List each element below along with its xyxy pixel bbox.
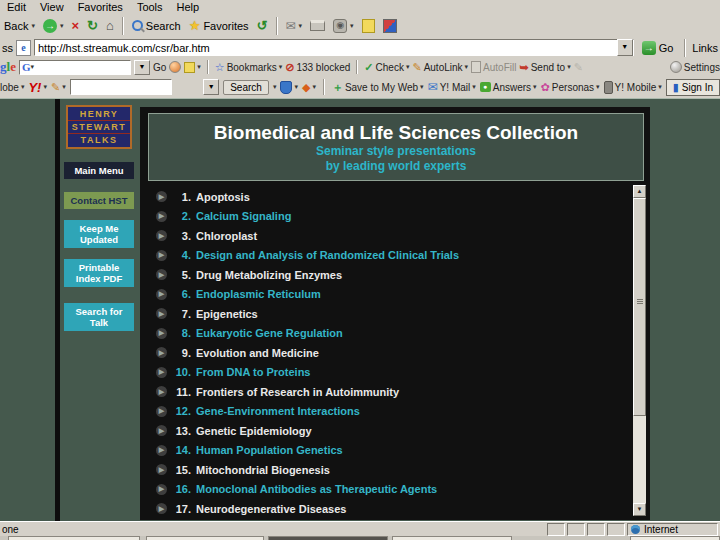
play-icon[interactable]: ▶ bbox=[156, 386, 167, 397]
talk-link[interactable]: Mitochondrial Biogenesis bbox=[196, 464, 330, 476]
media-button[interactable] bbox=[380, 18, 400, 34]
play-icon[interactable]: ▶ bbox=[156, 211, 167, 222]
google-settings-button[interactable]: Settings bbox=[670, 61, 720, 73]
scrollbar-thumb[interactable] bbox=[633, 198, 646, 416]
pagerank-icon[interactable] bbox=[169, 61, 181, 73]
yahoo-left-button[interactable]: lobe▾ bbox=[0, 82, 24, 93]
answers-button[interactable]: ● Answers▾ bbox=[480, 82, 537, 93]
back-button[interactable]: Back▾ bbox=[1, 19, 38, 33]
taskbar-button[interactable] bbox=[392, 536, 512, 540]
yahoo-search-options-icon[interactable]: ▾ bbox=[273, 83, 277, 91]
talk-list-item[interactable]: ▶11.Frontiers of Research in Autoimmunit… bbox=[148, 382, 626, 402]
search-button[interactable]: Search bbox=[129, 19, 184, 33]
yahoo-mail-button[interactable]: ✉ Y! Mail▾ bbox=[428, 80, 476, 94]
personas-button[interactable]: ✿ Personas▾ bbox=[541, 81, 600, 94]
yahoo-pencil-button[interactable]: ✎▾ bbox=[51, 81, 66, 94]
autolink-button[interactable]: ✎ AutoLink▾ bbox=[412, 61, 468, 74]
menu-tools[interactable]: Tools bbox=[130, 1, 170, 13]
play-icon[interactable]: ▶ bbox=[156, 269, 167, 280]
stop-button[interactable]: × bbox=[69, 17, 83, 34]
google-go-button[interactable]: Go bbox=[153, 62, 166, 73]
play-icon[interactable]: ▶ bbox=[156, 406, 167, 417]
google-search-input[interactable]: G▾ bbox=[19, 60, 131, 75]
talk-link[interactable]: From DNA to Proteins bbox=[196, 366, 311, 378]
bookmarks-button[interactable]: ☆ Bookmarks▾ bbox=[215, 61, 282, 74]
save-to-myweb-button[interactable]: ＋ Save to My Web▾ bbox=[332, 80, 424, 95]
menu-view[interactable]: View bbox=[33, 1, 71, 13]
menu-edit[interactable]: Edit bbox=[0, 1, 33, 13]
main-menu-button[interactable]: Main Menu bbox=[64, 162, 134, 179]
talk-list-item[interactable]: ▶8.Eukaryotic Gene Regulation bbox=[148, 324, 626, 344]
talk-link[interactable]: Drug Metabolizing Enzymes bbox=[196, 269, 342, 281]
go-button[interactable]: → Go bbox=[637, 40, 679, 56]
antispy-button[interactable]: ▾ bbox=[280, 81, 298, 94]
play-icon[interactable]: ▶ bbox=[156, 367, 167, 378]
talk-link[interactable]: Human Population Genetics bbox=[196, 444, 343, 456]
links-label[interactable]: Links bbox=[692, 42, 718, 54]
spellcheck-button[interactable]: ✓ Check▾ bbox=[364, 61, 409, 74]
signin-button[interactable]: ▮ Sign In bbox=[666, 79, 720, 96]
play-icon[interactable]: ▶ bbox=[156, 289, 167, 300]
talk-link[interactable]: Monoclonal Antibodies as Therapeutic Age… bbox=[196, 483, 437, 495]
talk-link[interactable]: Gene-Environment Interactions bbox=[196, 405, 360, 417]
talk-list-item[interactable]: ▶10.From DNA to Proteins bbox=[148, 363, 626, 383]
address-dropdown-icon[interactable]: ▼ bbox=[617, 39, 633, 56]
forward-button[interactable]: →▾ bbox=[40, 18, 67, 34]
taskbar-button[interactable] bbox=[268, 536, 388, 540]
talk-list-item[interactable]: ▶13.Genetic Epidemiology bbox=[148, 421, 626, 441]
address-input[interactable]: http://hst.streamuk.com/csr/bar.htm ▼ bbox=[34, 39, 634, 56]
play-icon[interactable]: ▶ bbox=[156, 503, 167, 514]
menu-favorites[interactable]: Favorites bbox=[71, 1, 130, 13]
talk-link[interactable]: Frontiers of Research in Autoimmunity bbox=[196, 386, 399, 398]
keep-me-updated-button[interactable]: Keep Me Updated bbox=[64, 220, 134, 248]
talk-list-item[interactable]: ▶2.Calcium Signaling bbox=[148, 207, 626, 227]
talk-list-item[interactable]: ▶1.Apoptosis bbox=[148, 187, 626, 207]
play-icon[interactable]: ▶ bbox=[156, 484, 167, 495]
scroll-up-icon[interactable]: ▲ bbox=[633, 185, 646, 198]
refresh-button[interactable]: ↻ bbox=[84, 17, 101, 34]
taskbar-button[interactable] bbox=[8, 536, 140, 540]
scroll-down-icon[interactable]: ▼ bbox=[633, 503, 646, 516]
home-button[interactable]: ⌂ bbox=[103, 17, 117, 34]
talk-link[interactable]: Eukaryotic Gene Regulation bbox=[196, 327, 343, 339]
printable-index-pdf-button[interactable]: Printable Index PDF bbox=[64, 259, 134, 287]
talk-list-item[interactable]: ▶5.Drug Metabolizing Enzymes bbox=[148, 265, 626, 285]
talk-link[interactable]: Calcium Signaling bbox=[196, 210, 291, 222]
talk-link[interactable]: Epigenetics bbox=[196, 308, 258, 320]
print-button[interactable] bbox=[307, 19, 328, 32]
talk-list-item[interactable]: ▶3.Chloroplast bbox=[148, 226, 626, 246]
play-icon[interactable]: ▶ bbox=[156, 191, 167, 202]
messenger-button[interactable]: ◉▾ bbox=[330, 18, 357, 34]
bookmark-diamond-button[interactable]: ◆▾ bbox=[302, 81, 316, 94]
talk-list-item[interactable]: ▶6.Endoplasmic Reticulum bbox=[148, 285, 626, 305]
talk-list-item[interactable]: ▶17.Neurodegenerative Diseases bbox=[148, 499, 626, 519]
play-icon[interactable]: ▶ bbox=[156, 464, 167, 475]
sendto-button[interactable]: ➥ Send to▾ bbox=[519, 61, 570, 74]
play-icon[interactable]: ▶ bbox=[156, 308, 167, 319]
mail-button[interactable]: ✉▾ bbox=[283, 18, 306, 34]
talk-link[interactable]: Evolution and Medicine bbox=[196, 347, 319, 359]
search-for-talk-button[interactable]: Search for Talk bbox=[64, 303, 134, 331]
henry-stewart-talks-logo[interactable]: HENRY STEWART TALKS bbox=[66, 105, 132, 149]
play-icon[interactable]: ▶ bbox=[156, 230, 167, 241]
contact-hst-button[interactable]: Contact HST bbox=[64, 192, 134, 209]
list-scrollbar[interactable]: ▲ ▼ bbox=[633, 185, 646, 516]
talk-link[interactable]: Chloroplast bbox=[196, 230, 257, 242]
talk-link[interactable]: Neurodegenerative Diseases bbox=[196, 503, 346, 515]
notes-button[interactable] bbox=[359, 18, 378, 34]
talk-link[interactable]: Genetic Epidemiology bbox=[196, 425, 312, 437]
play-icon[interactable]: ▶ bbox=[156, 328, 167, 339]
google-search-dropdown-icon[interactable]: ▼ bbox=[134, 60, 150, 75]
yahoo-search-button[interactable]: Search bbox=[223, 80, 269, 95]
talk-list-item[interactable]: ▶16.Monoclonal Antibodies as Therapeutic… bbox=[148, 480, 626, 500]
taskbar-button[interactable] bbox=[146, 536, 264, 540]
play-icon[interactable]: ▶ bbox=[156, 445, 167, 456]
talk-list-item[interactable]: ▶9.Evolution and Medicine bbox=[148, 343, 626, 363]
talk-list-item[interactable]: ▶14.Human Population Genetics bbox=[148, 441, 626, 461]
google-extras-button[interactable]: ▾ bbox=[184, 62, 201, 73]
yahoo-mobile-button[interactable]: Y! Mobile▾ bbox=[604, 81, 662, 94]
talk-list-item[interactable]: ▶15.Mitochondrial Biogenesis bbox=[148, 460, 626, 480]
menu-help[interactable]: Help bbox=[170, 1, 207, 13]
yahoo-search-input[interactable] bbox=[70, 79, 172, 95]
talk-list-item[interactable]: ▶4.Design and Analysis of Randomized Cli… bbox=[148, 246, 626, 266]
